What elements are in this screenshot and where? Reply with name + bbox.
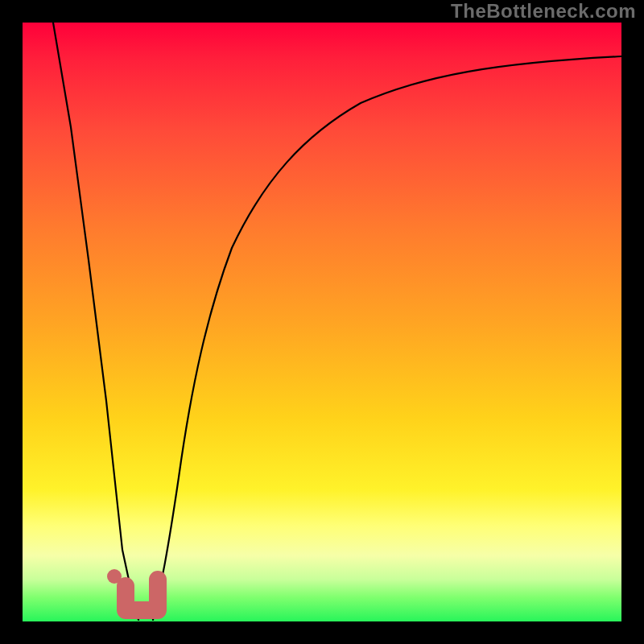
chart-frame: TheBottleneck.com: [0, 0, 644, 644]
curve-layer: [23, 23, 621, 621]
optimal-highlight-dot: [107, 569, 122, 584]
plot-area: [23, 23, 621, 621]
optimal-highlight-stroke: [126, 580, 158, 610]
curve-left-branch: [53, 23, 138, 620]
curve-right-branch: [153, 56, 621, 620]
watermark-text: TheBottleneck.com: [451, 0, 636, 23]
